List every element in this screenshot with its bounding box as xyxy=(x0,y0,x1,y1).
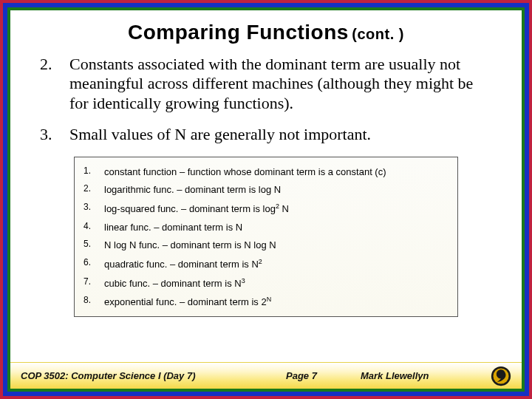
slide-surface: Comparing Functions (cont. ) 2. Constant… xyxy=(10,10,522,389)
body-item-number: 2. xyxy=(40,55,69,113)
body-item-text: Small values of N are generally not impo… xyxy=(69,125,371,144)
box-row-number: 7. xyxy=(83,276,104,287)
function-classes-box: 1. constant function – function whose do… xyxy=(74,157,458,318)
box-row: 5. N log N func. – dominant term is N lo… xyxy=(83,236,447,255)
footer-bar: COP 3502: Computer Science I (Day 7) Pag… xyxy=(10,362,522,389)
box-row-number: 3. xyxy=(83,202,104,212)
box-row-text: constant function – function whose domin… xyxy=(104,166,386,179)
body-list: 2. Constants associated with the dominan… xyxy=(10,44,522,145)
box-row-number: 5. xyxy=(83,239,104,249)
box-row-text: N log N func. – dominant term is N log N xyxy=(104,239,276,252)
box-row: 1. constant function – function whose do… xyxy=(83,163,447,182)
body-item-text: Constants associated with the dominant t… xyxy=(69,55,492,113)
ucf-pegasus-logo-icon xyxy=(491,366,511,386)
body-item: 2. Constants associated with the dominan… xyxy=(40,55,492,113)
box-row-number: 4. xyxy=(83,221,104,231)
box-row-number: 6. xyxy=(83,257,104,267)
box-row: 4. linear func. – dominant term is N xyxy=(83,219,447,237)
box-row-text: logarithmic func. – dominant term is log… xyxy=(104,183,281,197)
slide-title: Comparing Functions xyxy=(128,21,349,44)
box-row-text: log-squared func. – dominant term is log… xyxy=(104,202,289,216)
box-row: 2. logarithmic func. – dominant term is … xyxy=(83,181,447,200)
box-row-number: 2. xyxy=(83,183,104,194)
footer-course: COP 3502: Computer Science I (Day 7) xyxy=(21,370,242,381)
box-row: 8. exponential func. – dominant term is … xyxy=(83,293,447,312)
slide-border-green: Comparing Functions (cont. ) 2. Constant… xyxy=(7,7,525,392)
body-item-number: 3. xyxy=(40,125,69,144)
box-row: 3. log-squared func. – dominant term is … xyxy=(83,200,447,219)
title-wrap: Comparing Functions (cont. ) xyxy=(10,10,522,44)
box-row-number: 1. xyxy=(83,166,104,176)
slide-border-blue: Comparing Functions (cont. ) 2. Constant… xyxy=(3,3,529,396)
box-row-text: cubic func. – dominant term is N3 xyxy=(104,276,245,290)
box-row: 6. quadratic func. – dominant term is N2 xyxy=(83,255,447,274)
box-row-text: exponential func. – dominant term is 2N xyxy=(104,295,271,309)
body-item: 3. Small values of N are generally not i… xyxy=(40,125,492,144)
box-row: 7. cubic func. – dominant term is N3 xyxy=(83,274,447,293)
box-row-number: 8. xyxy=(83,295,104,305)
footer-author: Mark Llewellyn xyxy=(361,370,486,381)
slide-title-cont: (cont. ) xyxy=(352,26,404,42)
footer-page: Page 7 xyxy=(242,370,361,381)
slide-border-red: Comparing Functions (cont. ) 2. Constant… xyxy=(0,0,532,399)
box-row-text: linear func. – dominant term is N xyxy=(104,221,242,234)
box-row-text: quadratic func. – dominant term is N2 xyxy=(104,257,262,271)
